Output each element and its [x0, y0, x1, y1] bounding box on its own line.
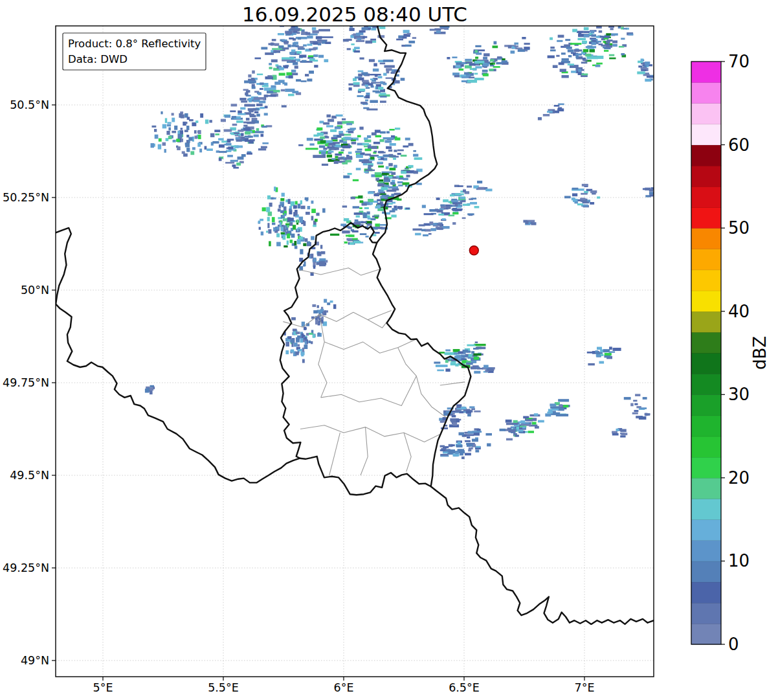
echo-cell — [474, 206, 480, 208]
echo-cell — [612, 40, 617, 43]
echo-cell — [610, 28, 614, 30]
echo-cell — [517, 430, 523, 432]
echo-cell — [401, 45, 405, 47]
echo-cell — [357, 95, 364, 97]
echo-cell — [483, 63, 489, 67]
echo-cell — [391, 215, 396, 218]
echo-cell — [497, 56, 502, 58]
echo-cell — [358, 71, 364, 73]
echo-cell — [243, 122, 256, 124]
echo-cell — [467, 186, 472, 188]
echo-cell — [318, 55, 324, 58]
echo-cell — [293, 329, 297, 332]
echo-cell — [172, 118, 175, 122]
echo-cell — [245, 136, 253, 138]
echo-cell — [323, 122, 329, 125]
echo-cell — [313, 54, 318, 57]
echo-cell — [331, 137, 338, 140]
echo-cell — [305, 198, 309, 200]
echo-cell — [274, 43, 280, 46]
echo-cell — [486, 433, 493, 436]
echo-cell — [306, 148, 318, 150]
echo-cell — [474, 354, 482, 356]
echo-cell — [597, 56, 604, 59]
echo-cell — [538, 420, 544, 423]
echo-cell — [186, 148, 190, 152]
echo-cell — [413, 229, 422, 231]
echo-cell — [261, 146, 267, 148]
echo-cell — [295, 201, 298, 205]
echo-cell — [357, 135, 361, 138]
echo-cell — [219, 151, 227, 153]
echo-cell — [342, 205, 347, 207]
echo-cell — [271, 43, 274, 46]
echo-cell — [287, 31, 293, 34]
echo-cell — [295, 212, 297, 216]
echo-cell — [319, 262, 325, 264]
echo-cell — [434, 362, 440, 364]
echo-cell — [166, 131, 170, 135]
colorbar-segment — [691, 249, 721, 270]
echo-cell — [373, 142, 380, 144]
echo-cell — [596, 63, 603, 65]
echo-cell — [248, 74, 251, 78]
echo-cell — [276, 227, 279, 230]
echo-cell — [547, 111, 553, 113]
echo-cell — [628, 34, 634, 36]
echo-cell — [412, 37, 416, 39]
echo-cell — [306, 333, 309, 335]
echo-cell — [272, 48, 283, 50]
echo-cell — [610, 23, 616, 25]
echo-cell — [588, 363, 595, 366]
echo-cell — [459, 433, 465, 436]
echo-cell — [302, 60, 307, 63]
echo-cell — [356, 40, 364, 42]
echo-cell — [550, 47, 555, 49]
echo-cell — [609, 58, 616, 60]
echo-cell — [528, 431, 534, 433]
echo-cell — [299, 217, 304, 220]
echo-cell — [344, 137, 351, 140]
echo-cell — [320, 141, 326, 144]
echo-cell — [494, 41, 497, 45]
echo-cell — [474, 344, 486, 346]
echo-cell — [595, 65, 601, 67]
echo-cell — [365, 100, 368, 102]
echo-cell — [362, 212, 367, 216]
colorbar-segment — [691, 228, 721, 249]
echo-cell — [342, 119, 346, 120]
echo-cell — [560, 69, 566, 72]
echo-cell — [289, 206, 292, 209]
echo-cell — [645, 79, 651, 82]
echo-cell — [563, 405, 568, 407]
echo-cell — [324, 59, 329, 62]
echo-cell — [368, 192, 373, 194]
echo-cell — [467, 436, 470, 439]
echo-cell — [383, 83, 386, 85]
echo-cell — [455, 451, 459, 454]
echo-cell — [335, 126, 341, 129]
echo-cell — [568, 55, 572, 57]
echo-cell — [477, 181, 482, 183]
echo-cell — [289, 218, 294, 221]
echo-cell — [245, 104, 250, 106]
echo-cell — [184, 122, 187, 124]
echo-cell — [234, 133, 239, 135]
echo-cell — [302, 348, 304, 352]
echo-cell — [635, 394, 640, 396]
echo-cell — [345, 160, 351, 163]
echo-cell — [577, 203, 583, 205]
echo-cell — [397, 150, 404, 152]
echo-cell — [639, 416, 647, 420]
echo-cell — [377, 203, 381, 205]
echo-cell — [297, 344, 300, 347]
echo-cell — [293, 225, 296, 230]
echo-cell — [276, 233, 280, 237]
echo-cell — [371, 28, 376, 30]
echo-cell — [322, 164, 328, 166]
echo-cell — [487, 444, 491, 447]
echo-cell — [597, 196, 600, 198]
echo-cell — [436, 365, 448, 367]
colorbar-segment — [691, 291, 721, 312]
echo-cell — [366, 95, 370, 98]
